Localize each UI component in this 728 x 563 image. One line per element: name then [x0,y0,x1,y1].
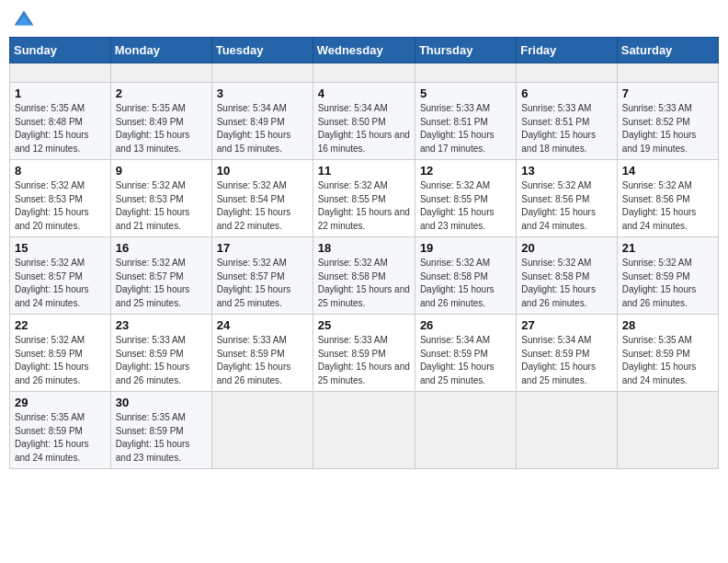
day-cell-content: Sunrise: 5:32 AMSunset: 8:54 PMDaylight:… [217,179,308,233]
calendar-week-row: 8Sunrise: 5:32 AMSunset: 8:53 PMDaylight… [10,160,719,237]
day-cell-content: Sunrise: 5:32 AMSunset: 8:58 PMDaylight:… [521,257,611,310]
day-number: 24 [217,318,308,332]
day-of-week-header: Monday [110,38,211,63]
calendar-day-cell: 6Sunrise: 5:33 AMSunset: 8:51 PMDaylight… [517,83,617,160]
day-number: 6 [521,86,611,100]
day-of-week-header: Wednesday [313,38,415,63]
day-number: 16 [116,241,207,255]
calendar-day-cell: 13Sunrise: 5:32 AMSunset: 8:56 PMDayligh… [517,160,617,237]
calendar-day-cell: 8Sunrise: 5:32 AMSunset: 8:53 PMDaylight… [10,160,111,237]
calendar-day-cell: 21Sunrise: 5:32 AMSunset: 8:59 PMDayligh… [617,237,718,315]
day-cell-content: Sunrise: 5:35 AMSunset: 8:49 PMDaylight:… [116,102,207,155]
calendar-day-cell [517,392,617,469]
day-cell-content: Sunrise: 5:32 AMSunset: 8:56 PMDaylight:… [622,179,713,233]
day-number: 17 [217,241,308,255]
day-cell-content: Sunrise: 5:34 AMSunset: 8:59 PMDaylight:… [420,334,511,387]
day-number: 26 [420,318,511,332]
calendar-day-cell: 27Sunrise: 5:34 AMSunset: 8:59 PMDayligh… [517,315,617,392]
calendar-day-cell: 29Sunrise: 5:35 AMSunset: 8:59 PMDayligh… [10,392,111,469]
day-number: 19 [420,241,511,255]
day-of-week-header: Tuesday [211,38,313,63]
calendar-day-cell: 23Sunrise: 5:33 AMSunset: 8:59 PMDayligh… [110,315,211,392]
calendar-day-cell: 26Sunrise: 5:34 AMSunset: 8:59 PMDayligh… [415,315,516,392]
day-number: 28 [622,318,713,332]
day-of-week-header: Saturday [617,38,718,63]
day-cell-content: Sunrise: 5:34 AMSunset: 8:50 PMDaylight:… [318,102,410,155]
day-cell-content: Sunrise: 5:35 AMSunset: 8:59 PMDaylight:… [116,411,207,465]
day-cell-content: Sunrise: 5:32 AMSunset: 8:59 PMDaylight:… [15,334,106,387]
day-number: 1 [15,86,106,100]
calendar-day-cell: 10Sunrise: 5:32 AMSunset: 8:54 PMDayligh… [211,160,313,237]
day-cell-content: Sunrise: 5:32 AMSunset: 8:53 PMDaylight:… [15,179,106,233]
calendar-day-cell: 17Sunrise: 5:32 AMSunset: 8:57 PMDayligh… [211,237,313,315]
calendar-table: SundayMondayTuesdayWednesdayThursdayFrid… [9,37,719,469]
calendar-day-cell: 16Sunrise: 5:32 AMSunset: 8:57 PMDayligh… [110,237,211,315]
calendar-day-cell [415,392,516,469]
calendar-day-cell: 20Sunrise: 5:32 AMSunset: 8:58 PMDayligh… [517,237,617,315]
day-number: 13 [521,164,611,178]
day-cell-content: Sunrise: 5:32 AMSunset: 8:55 PMDaylight:… [318,179,410,233]
day-cell-content: Sunrise: 5:33 AMSunset: 8:59 PMDaylight:… [318,334,410,387]
day-cell-content: Sunrise: 5:35 AMSunset: 8:48 PMDaylight:… [15,102,106,155]
day-cell-content: Sunrise: 5:35 AMSunset: 8:59 PMDaylight:… [622,334,713,387]
day-number: 14 [622,164,713,178]
calendar-day-cell [415,63,516,83]
day-cell-content: Sunrise: 5:32 AMSunset: 8:57 PMDaylight:… [116,257,207,310]
day-number: 2 [116,86,207,100]
day-cell-content: Sunrise: 5:33 AMSunset: 8:52 PMDaylight:… [622,102,713,155]
day-of-week-header: Sunday [10,38,111,63]
calendar-day-cell: 3Sunrise: 5:34 AMSunset: 8:49 PMDaylight… [211,83,313,160]
day-number: 9 [116,164,207,178]
logo-icon [13,9,35,31]
calendar-day-cell: 24Sunrise: 5:33 AMSunset: 8:59 PMDayligh… [211,315,313,392]
calendar-day-cell: 19Sunrise: 5:32 AMSunset: 8:58 PMDayligh… [415,237,516,315]
day-cell-content: Sunrise: 5:32 AMSunset: 8:56 PMDaylight:… [521,179,611,233]
calendar-header-row: SundayMondayTuesdayWednesdayThursdayFrid… [10,38,719,63]
calendar-week-row: 22Sunrise: 5:32 AMSunset: 8:59 PMDayligh… [10,315,719,392]
calendar-day-cell: 22Sunrise: 5:32 AMSunset: 8:59 PMDayligh… [10,315,111,392]
day-cell-content: Sunrise: 5:33 AMSunset: 8:59 PMDaylight:… [116,334,207,387]
day-number: 12 [420,164,511,178]
day-number: 3 [217,86,308,100]
calendar-day-cell: 5Sunrise: 5:33 AMSunset: 8:51 PMDaylight… [415,83,516,160]
day-of-week-header: Friday [517,38,617,63]
calendar-day-cell [211,392,313,469]
day-cell-content: Sunrise: 5:33 AMSunset: 8:59 PMDaylight:… [217,334,308,387]
day-cell-content: Sunrise: 5:34 AMSunset: 8:59 PMDaylight:… [521,334,611,387]
day-cell-content: Sunrise: 5:32 AMSunset: 8:58 PMDaylight:… [318,257,410,310]
calendar-day-cell [617,63,718,83]
day-number: 11 [318,164,410,178]
day-number: 7 [622,86,713,100]
calendar-week-row: 29Sunrise: 5:35 AMSunset: 8:59 PMDayligh… [10,392,719,469]
day-cell-content: Sunrise: 5:35 AMSunset: 8:59 PMDaylight:… [15,411,106,465]
day-number: 27 [521,318,611,332]
calendar-day-cell: 11Sunrise: 5:32 AMSunset: 8:55 PMDayligh… [313,160,415,237]
calendar-day-cell [10,63,111,83]
calendar-day-cell [517,63,617,83]
calendar-day-cell: 25Sunrise: 5:33 AMSunset: 8:59 PMDayligh… [313,315,415,392]
day-number: 29 [15,396,106,409]
day-number: 20 [521,241,611,255]
day-cell-content: Sunrise: 5:32 AMSunset: 8:53 PMDaylight:… [116,179,207,233]
day-cell-content: Sunrise: 5:32 AMSunset: 8:59 PMDaylight:… [622,257,713,310]
calendar-day-cell [617,392,718,469]
calendar-day-cell [211,63,313,83]
day-cell-content: Sunrise: 5:32 AMSunset: 8:58 PMDaylight:… [420,257,511,310]
day-number: 10 [217,164,308,178]
calendar-day-cell: 2Sunrise: 5:35 AMSunset: 8:49 PMDaylight… [110,83,211,160]
day-cell-content: Sunrise: 5:34 AMSunset: 8:49 PMDaylight:… [217,102,308,155]
calendar-day-cell: 14Sunrise: 5:32 AMSunset: 8:56 PMDayligh… [617,160,718,237]
day-number: 5 [420,86,511,100]
calendar-day-cell: 15Sunrise: 5:32 AMSunset: 8:57 PMDayligh… [10,237,111,315]
calendar-day-cell: 4Sunrise: 5:34 AMSunset: 8:50 PMDaylight… [313,83,415,160]
calendar-day-cell [110,63,211,83]
calendar-day-cell: 7Sunrise: 5:33 AMSunset: 8:52 PMDaylight… [617,83,718,160]
day-cell-content: Sunrise: 5:32 AMSunset: 8:57 PMDaylight:… [15,257,106,310]
day-number: 15 [15,241,106,255]
calendar-day-cell: 18Sunrise: 5:32 AMSunset: 8:58 PMDayligh… [313,237,415,315]
day-of-week-header: Thursday [415,38,516,63]
calendar-day-cell: 9Sunrise: 5:32 AMSunset: 8:53 PMDaylight… [110,160,211,237]
day-number: 21 [622,241,713,255]
calendar-day-cell [313,63,415,83]
day-number: 30 [116,396,207,409]
